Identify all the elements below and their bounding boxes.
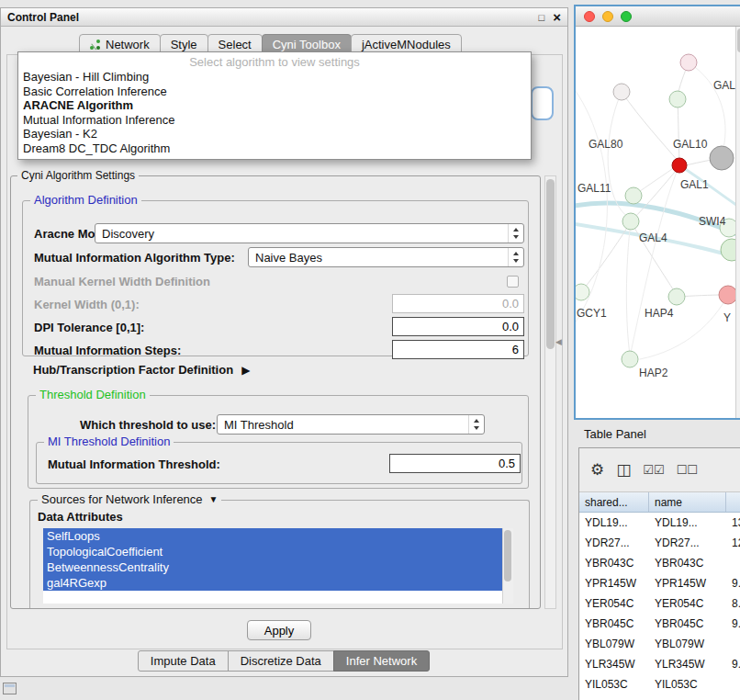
network-icon xyxy=(90,40,101,51)
bottom-tab-impute-data[interactable]: Impute Data xyxy=(138,650,229,672)
table-panel-window: ⚙◫☑☑☐☐ shared...name YDL19...YDL19...13Y… xyxy=(578,447,740,700)
table-cell: 8. xyxy=(726,597,740,610)
table-row[interactable]: YBL079WYBL079W xyxy=(579,634,740,654)
table-row[interactable]: YBR043CYBR043C xyxy=(579,553,740,573)
network-node[interactable] xyxy=(710,146,734,170)
gear-icon[interactable]: ⚙ xyxy=(590,460,604,480)
data-attribute-betweennesscentrality[interactable]: BetweennessCentrality xyxy=(43,559,502,575)
column-header-shared[interactable]: shared... xyxy=(579,492,649,512)
attributes-scrollbar[interactable] xyxy=(502,528,513,604)
table-cell: YBR045C xyxy=(649,617,726,630)
network-edge[interactable] xyxy=(581,228,627,292)
network-edge[interactable] xyxy=(678,99,679,161)
table-row[interactable]: YIL053CYIL053C xyxy=(579,674,740,694)
attributes-scrollbar-thumb[interactable] xyxy=(504,530,511,581)
deselect-all-icon[interactable]: ☐☐ xyxy=(677,463,698,477)
network-node-label: GAL11 xyxy=(577,182,611,195)
algorithm-select-fragment[interactable] xyxy=(531,86,554,120)
network-node[interactable] xyxy=(625,187,642,204)
splitter-collapse-icon[interactable]: ◀ xyxy=(555,337,562,346)
table-row[interactable]: YDR27...YDR27...12 xyxy=(579,533,740,553)
table-panel-title: Table Panel xyxy=(584,427,646,441)
network-edge[interactable] xyxy=(689,62,725,148)
kernel-width-input[interactable] xyxy=(392,294,524,313)
table-cell: 9. xyxy=(726,658,740,671)
table-cell: YLR345W xyxy=(649,658,726,671)
dpi-tolerance-input[interactable] xyxy=(392,317,524,336)
hub-definition-section[interactable]: Hub/Transcription Factor Definition ▶ xyxy=(33,363,250,377)
select-all-icon[interactable]: ☑☑ xyxy=(643,463,664,477)
close-window-icon[interactable]: × xyxy=(553,11,561,24)
mi-threshold-definition-title: MI Threshold Definition xyxy=(44,435,174,448)
algorithm-option-bayesian-k2[interactable]: Bayesian - K2 xyxy=(18,127,531,141)
minimize-traffic-light-icon[interactable] xyxy=(602,11,613,22)
network-scrollbar[interactable] xyxy=(735,27,740,418)
table-cell: YIL053C xyxy=(579,678,649,691)
mi-steps-input[interactable] xyxy=(392,340,524,359)
mi-algorithm-type-select[interactable]: Naive Bayes xyxy=(248,247,524,267)
network-node-label: GAL4 xyxy=(639,231,667,244)
bottom-tab-discretize-data[interactable]: Discretize Data xyxy=(228,650,334,672)
close-traffic-light-icon[interactable] xyxy=(584,11,595,22)
network-node[interactable] xyxy=(622,351,638,367)
control-panel-window: Control Panel □ × NetworkStyleSelectCyni… xyxy=(0,7,568,677)
docked-panel-icon[interactable] xyxy=(3,683,17,694)
algorithm-option-basic-correlation-inference[interactable]: Basic Correlation Inference xyxy=(18,85,531,99)
aracne-mode-select[interactable]: Discovery xyxy=(95,223,524,243)
data-attribute-topologicalcoefficient[interactable]: TopologicalCoefficient xyxy=(43,544,502,559)
dpi-tolerance-label: DPI Tolerance [0,1]: xyxy=(34,321,144,334)
table-row[interactable]: YBR045CYBR045C9. xyxy=(579,614,740,634)
table-cell: 9. xyxy=(726,617,740,630)
control-panel-titlebar[interactable]: Control Panel □ × xyxy=(1,8,567,27)
table-row[interactable]: YLR345WYLR345W9. xyxy=(579,654,740,674)
data-attributes-list[interactable]: SelfLoopsTopologicalCoefficientBetweenne… xyxy=(43,528,513,604)
threshold-type-select[interactable]: MI Threshold xyxy=(217,414,485,435)
network-edge[interactable] xyxy=(626,221,631,355)
tab-label: Select xyxy=(219,38,252,51)
zoom-traffic-light-icon[interactable] xyxy=(621,11,632,22)
settings-scrollbar[interactable] xyxy=(544,175,556,609)
columns-icon[interactable]: ◫ xyxy=(616,460,631,480)
apply-button[interactable]: Apply xyxy=(247,620,311,640)
table-cell: YBR045C xyxy=(579,617,649,630)
float-window-icon[interactable]: □ xyxy=(539,12,545,23)
network-node[interactable] xyxy=(669,91,686,107)
network-node[interactable] xyxy=(613,84,630,100)
network-node[interactable] xyxy=(721,239,735,261)
data-attribute-gal4rgexp[interactable]: gal4RGexp xyxy=(43,575,502,591)
table-cell: YDL19... xyxy=(649,516,726,529)
table-cell: YER054C xyxy=(649,597,726,610)
table-row[interactable]: YPR145WYPR145W9. xyxy=(579,573,740,593)
algorithm-option-mutual-information-inference[interactable]: Mutual Information Inference xyxy=(18,113,531,128)
sources-group-header[interactable]: Sources for Network Inference ▼ xyxy=(38,492,221,506)
spinner-icon xyxy=(468,415,484,434)
network-node[interactable] xyxy=(576,284,589,300)
table-header: shared...name xyxy=(579,492,740,513)
column-header-extra[interactable] xyxy=(726,492,740,512)
network-node[interactable] xyxy=(622,213,639,230)
settings-scrollbar-thumb[interactable] xyxy=(546,179,555,349)
mi-threshold-input[interactable] xyxy=(389,454,521,473)
algorithm-option-dream8-dc-tdc-algorithm[interactable]: Dream8 DC_TDC Algorithm xyxy=(18,141,531,156)
table-cell: YER054C xyxy=(579,597,649,610)
bottom-tab-infer-network[interactable]: Infer Network xyxy=(333,650,430,672)
manual-kernel-checkbox[interactable] xyxy=(507,276,519,288)
algorithm-option-aracne-algorithm[interactable]: ARACNE Algorithm xyxy=(18,98,531,113)
network-node[interactable] xyxy=(680,54,697,71)
spinner-icon xyxy=(508,224,523,243)
table-row[interactable]: YER054CYER054C8. xyxy=(579,593,740,614)
expand-arrow-icon[interactable]: ▶ xyxy=(241,364,250,377)
table-cell: YBR043C xyxy=(579,557,649,570)
collapse-arrow-icon[interactable]: ▼ xyxy=(209,494,219,504)
table-row[interactable]: YDL19...YDL19...13 xyxy=(579,513,740,533)
algorithm-option-bayesian-hill-climbing[interactable]: Bayesian - Hill Climbing xyxy=(18,70,531,85)
network-canvas[interactable]: GALGAL80GAL10GAL11GAL1SWI4GAL4GCY1HAP4YH… xyxy=(576,27,735,418)
mi-threshold-definition-group: MI Threshold Definition Mutual Informati… xyxy=(36,442,522,484)
column-header-name[interactable]: name xyxy=(649,492,726,512)
network-node[interactable] xyxy=(668,288,685,305)
network-window-titlebar[interactable] xyxy=(576,6,740,27)
network-edge[interactable] xyxy=(640,295,728,359)
network-node[interactable] xyxy=(672,158,687,173)
data-attribute-selfloops[interactable]: SelfLoops xyxy=(43,528,502,544)
network-node[interactable] xyxy=(719,286,735,304)
